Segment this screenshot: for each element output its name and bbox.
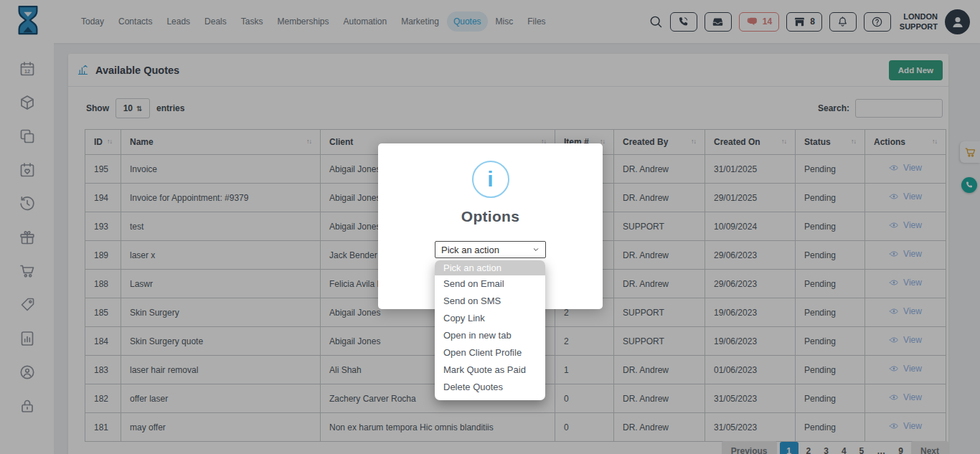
dropdown-option-open-client-profile[interactable]: Open Client Profile [435, 344, 545, 361]
action-dropdown-list: Pick an action Send on Email Send on SMS… [435, 260, 545, 400]
dropdown-option-mark-quote-as-paid[interactable]: Mark Quote as Paid [435, 361, 545, 379]
chevron-down-icon [532, 246, 540, 253]
info-icon: i [472, 161, 509, 198]
app-root: /* items injected */ Today Contacts Lead… [0, 0, 980, 454]
dropdown-option-pick-an-action[interactable]: Pick an action [435, 260, 545, 275]
modal-title: Options [461, 208, 519, 225]
dropdown-option-open-in-new-tab[interactable]: Open in new tab [435, 327, 545, 344]
dropdown-option-send-on-email[interactable]: Send on Email [435, 275, 545, 293]
action-select[interactable]: Pick an action [435, 241, 546, 258]
dropdown-option-delete-quotes[interactable]: Delete Quotes [435, 379, 545, 396]
dropdown-option-send-on-sms[interactable]: Send on SMS [435, 293, 545, 310]
dropdown-option-copy-link[interactable]: Copy Link [435, 310, 545, 327]
action-select-value: Pick an action [441, 245, 499, 255]
